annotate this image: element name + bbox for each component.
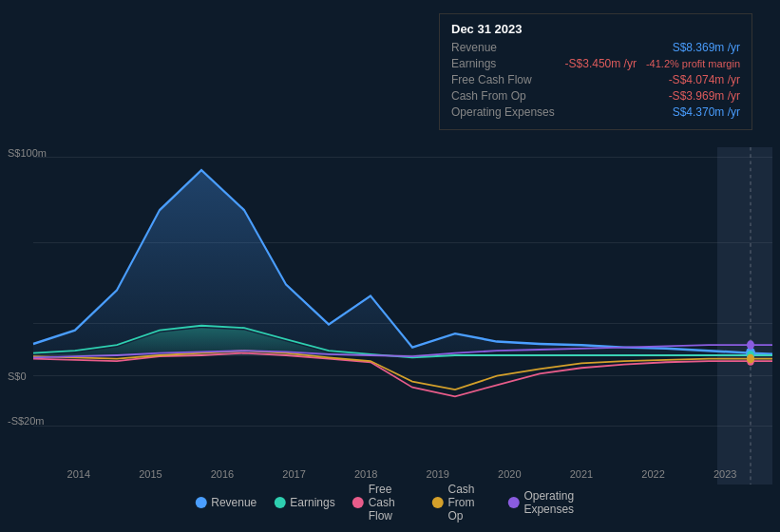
legend-dot	[431, 497, 443, 508]
opex-dot-2023	[747, 340, 754, 350]
legend-item: Earnings	[274, 496, 334, 509]
tooltip-val-group: S$8.369m /yr	[673, 41, 740, 54]
x-axis-label: 2023	[713, 468, 736, 480]
tooltip-row-label: Operating Expenses	[451, 105, 555, 119]
legend-dot	[195, 497, 206, 508]
legend-dot	[352, 497, 364, 508]
tooltip-row-label: Earnings	[451, 57, 496, 70]
tooltip-row: Free Cash Flow-S$4.074m /yr	[451, 73, 740, 86]
tooltip-row-label: Free Cash Flow	[451, 73, 532, 86]
legend-label: Earnings	[290, 496, 334, 509]
legend: RevenueEarningsFree Cash FlowCash From O…	[195, 483, 585, 522]
tooltip-val-group: -S$4.074m /yr	[669, 73, 740, 86]
chart-svg	[33, 147, 772, 484]
tooltip-row: Earnings-S$3.450m /yr-41.2% profit margi…	[451, 57, 740, 70]
legend-item: Free Cash Flow	[352, 483, 415, 522]
tooltip-row-label: Revenue	[451, 41, 497, 54]
tooltip-date: Dec 31 2023	[451, 22, 740, 36]
legend-dot	[507, 497, 519, 508]
x-axis-label: 2014	[67, 468, 90, 480]
legend-item: Revenue	[195, 496, 257, 509]
chart-area	[33, 147, 772, 484]
x-axis-label: 2020	[498, 468, 521, 480]
cashop-dot-2023	[747, 354, 754, 364]
tooltip-val-group: S$4.370m /yr	[673, 105, 740, 119]
tooltip-row-label: Cash From Op	[451, 89, 526, 103]
x-axis-label: 2019	[427, 468, 449, 480]
tooltip-row-value: -S$3.969m /yr	[669, 89, 740, 103]
tooltip-row: RevenueS$8.369m /yr	[451, 41, 740, 54]
revenue-area	[33, 170, 772, 355]
tooltip-row-value: S$8.369m /yr	[673, 41, 740, 54]
x-axis-label: 2016	[211, 468, 234, 480]
tooltip-row: Operating ExpensesS$4.370m /yr	[451, 105, 740, 119]
y-label-0: S$0	[8, 370, 27, 382]
legend-label: Free Cash Flow	[369, 483, 415, 522]
x-axis-labels: 2014201520162017201820192020202120222023	[0, 468, 780, 480]
tooltip-row-value: S$4.370m /yr	[673, 105, 740, 119]
tooltip-row-value: -S$3.450m /yr	[565, 57, 637, 70]
tooltip-val-group: -S$3.450m /yr-41.2% profit margin	[565, 57, 740, 70]
x-axis-label: 2017	[282, 468, 305, 480]
x-axis-label: 2018	[354, 468, 377, 480]
tooltip-box: Dec 31 2023 RevenueS$8.369m /yrEarnings-…	[439, 13, 752, 130]
legend-dot	[274, 497, 285, 508]
x-axis-label: 2021	[570, 468, 593, 480]
tooltip-val-group: -S$3.969m /yr	[669, 89, 740, 103]
legend-label: Revenue	[211, 496, 257, 509]
tooltip-row-sub: -41.2% profit margin	[646, 58, 740, 69]
chart-container: Dec 31 2023 RevenueS$8.369m /yrEarnings-…	[0, 0, 780, 532]
legend-label: Cash From Op	[447, 483, 490, 522]
tooltip-row: Cash From Op-S$3.969m /yr	[451, 89, 740, 103]
legend-item: Cash From Op	[431, 483, 490, 522]
x-axis-label: 2015	[139, 468, 162, 480]
legend-item: Operating Expenses	[507, 489, 584, 516]
tooltip-row-value: -S$4.074m /yr	[669, 73, 740, 86]
legend-label: Operating Expenses	[523, 489, 584, 516]
x-axis-label: 2022	[641, 468, 664, 480]
